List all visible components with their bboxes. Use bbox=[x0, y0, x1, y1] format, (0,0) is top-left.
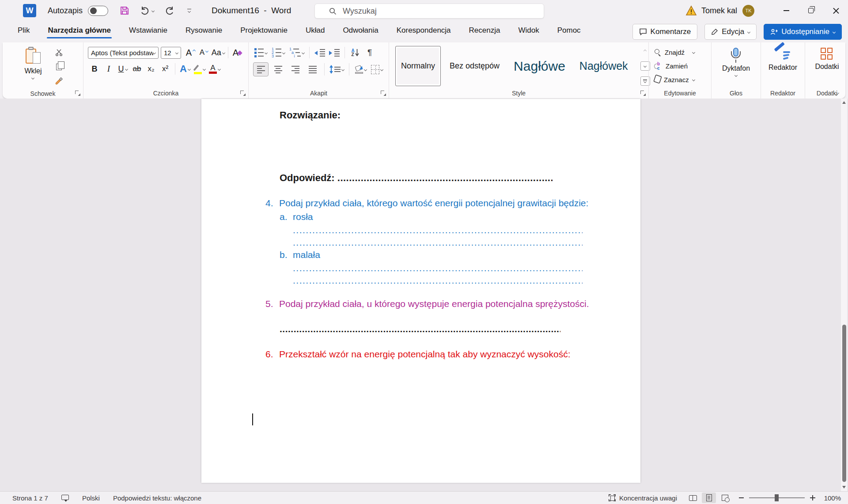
font-name-select[interactable]: Aptos (Tekst podstaw bbox=[88, 47, 159, 59]
zoom-out-button[interactable] bbox=[739, 497, 744, 498]
spellcheck-indicator[interactable] bbox=[60, 495, 71, 501]
warning-icon[interactable] bbox=[685, 5, 697, 16]
comments-button[interactable]: Komentarze bbox=[632, 24, 698, 40]
clear-formatting-button[interactable]: A bbox=[231, 46, 244, 59]
superscript-button[interactable]: x² bbox=[159, 62, 172, 76]
tab-widok[interactable]: Widok bbox=[517, 23, 540, 40]
bullet-list-button[interactable] bbox=[253, 46, 269, 59]
borders-button[interactable] bbox=[370, 63, 384, 76]
avatar[interactable]: TK bbox=[742, 5, 754, 17]
find-button[interactable]: Znajdź bbox=[654, 47, 695, 57]
close-button[interactable] bbox=[823, 0, 848, 21]
zoom-slider-thumb[interactable] bbox=[775, 494, 779, 501]
font-group-label: Czcionka bbox=[83, 88, 248, 99]
style-naglowek-1[interactable]: Nagłówe bbox=[508, 46, 571, 86]
restore-button[interactable] bbox=[799, 0, 823, 21]
search-input[interactable]: Wyszukaj bbox=[314, 4, 544, 19]
cut-button[interactable] bbox=[53, 46, 66, 59]
numbered-list-button[interactable]: 1 2 3 bbox=[270, 46, 286, 59]
align-left-icon bbox=[257, 66, 265, 73]
bold-button[interactable]: B bbox=[88, 62, 101, 76]
undo-dropdown-chevron[interactable] bbox=[151, 9, 155, 12]
change-case-button[interactable]: Aa bbox=[210, 46, 226, 59]
align-right-button[interactable] bbox=[288, 62, 303, 76]
vertical-scrollbar[interactable] bbox=[840, 99, 847, 491]
web-layout-button[interactable] bbox=[718, 493, 732, 503]
addins-button[interactable]: Dodatki bbox=[810, 46, 843, 87]
autosave-toggle[interactable] bbox=[88, 6, 108, 16]
read-mode-button[interactable] bbox=[686, 493, 700, 503]
tab-odwolania[interactable]: Odwołania bbox=[342, 23, 379, 40]
paste-button[interactable]: Wklej bbox=[20, 46, 46, 87]
font-size-select[interactable]: 12 bbox=[161, 47, 181, 59]
tab-narzedzia-glowne[interactable]: Narzędzia główne bbox=[47, 23, 112, 40]
paragraph-dialog-launcher[interactable] bbox=[381, 91, 386, 96]
zoom-percentage[interactable]: 100% bbox=[822, 494, 841, 502]
tab-plik[interactable]: Plik bbox=[17, 23, 30, 40]
highlight-button[interactable] bbox=[193, 62, 207, 76]
editor-button[interactable]: Redaktor bbox=[764, 46, 802, 87]
subscript-button[interactable]: x₂ bbox=[144, 62, 158, 76]
shading-button[interactable] bbox=[353, 63, 368, 76]
text-effects-button[interactable]: A bbox=[178, 62, 192, 76]
copy-button[interactable] bbox=[53, 60, 66, 73]
tab-projektowanie[interactable]: Projektowanie bbox=[239, 23, 288, 40]
zoom-slider[interactable] bbox=[749, 497, 805, 498]
customize-qat-chevron[interactable] bbox=[182, 4, 196, 17]
style-normalny[interactable]: Normalny bbox=[395, 46, 441, 86]
print-layout-button[interactable] bbox=[702, 493, 716, 503]
dictate-chevron bbox=[734, 74, 738, 77]
underline-button[interactable]: U bbox=[116, 62, 129, 76]
align-center-button[interactable] bbox=[270, 62, 286, 76]
user-name[interactable]: Tomek kal bbox=[701, 6, 737, 15]
scroll-up-arrow[interactable] bbox=[842, 101, 846, 104]
strikethrough-button[interactable]: ab bbox=[130, 62, 144, 76]
zoom-in-button[interactable] bbox=[810, 495, 815, 500]
select-button[interactable]: Zaznacz bbox=[654, 74, 695, 85]
share-button[interactable]: Udostępnianie bbox=[764, 24, 842, 40]
title-bar: W Autozapis Dokument16 - Word Wyszukaj T… bbox=[0, 0, 848, 21]
grow-font-button[interactable]: A bbox=[184, 46, 197, 59]
bullet-list-icon bbox=[254, 48, 264, 57]
tab-rysowanie[interactable]: Rysowanie bbox=[185, 23, 223, 40]
format-painter-button[interactable] bbox=[53, 74, 66, 87]
autosave-label: Autozapis bbox=[48, 6, 83, 15]
scroll-down-arrow[interactable] bbox=[842, 486, 846, 489]
tab-pomoc[interactable]: Pomoc bbox=[556, 23, 582, 40]
save-icon[interactable] bbox=[118, 4, 131, 17]
undo-button[interactable] bbox=[137, 4, 157, 17]
shrink-font-button[interactable]: A bbox=[197, 46, 210, 59]
document-page[interactable]: Rozwiązanie: Odpowiedź: ................… bbox=[201, 99, 640, 483]
quick-access-toolbar bbox=[118, 4, 196, 17]
tab-recenzja[interactable]: Recenzja bbox=[468, 23, 501, 40]
decrease-indent-button[interactable] bbox=[313, 46, 326, 59]
show-formatting-button[interactable]: ¶ bbox=[363, 46, 376, 59]
page-indicator[interactable]: Strona 1 z 7 bbox=[11, 494, 50, 502]
style-bez-odstepow[interactable]: Bez odstępów bbox=[444, 46, 505, 86]
italic-button[interactable]: I bbox=[102, 62, 115, 76]
font-color-button[interactable]: A bbox=[208, 62, 222, 76]
justify-button[interactable] bbox=[305, 62, 320, 76]
editing-group: Znajdź bc Zamień Zaznacz Edytowanie bbox=[648, 42, 711, 99]
scrollbar-thumb[interactable] bbox=[842, 325, 846, 482]
text-predictions-indicator[interactable]: Podpowiedzi tekstu: włączone bbox=[111, 494, 203, 502]
replace-button[interactable]: bc Zamień bbox=[654, 61, 695, 71]
increase-indent-button[interactable] bbox=[328, 46, 341, 59]
tab-uklad[interactable]: Układ bbox=[305, 23, 326, 40]
minimize-button[interactable] bbox=[774, 0, 799, 21]
clipboard-dialog-launcher[interactable] bbox=[75, 91, 80, 96]
line-spacing-button[interactable] bbox=[329, 63, 344, 76]
editing-mode-button[interactable]: Edycja bbox=[704, 24, 757, 40]
sort-button[interactable]: AZ bbox=[348, 46, 362, 59]
style-naglowek-2[interactable]: Nagłówek 2 bbox=[574, 46, 636, 86]
dictate-button[interactable]: Dyktafon bbox=[718, 46, 754, 87]
font-dialog-launcher[interactable] bbox=[240, 91, 246, 96]
align-left-button[interactable] bbox=[253, 62, 269, 76]
tab-korespondencja[interactable]: Korespondencja bbox=[396, 23, 452, 40]
tab-wstawianie[interactable]: Wstawianie bbox=[128, 23, 168, 40]
focus-mode-button[interactable]: Koncentracja uwagi bbox=[607, 494, 679, 502]
multilevel-list-button[interactable]: 1 a i bbox=[288, 46, 306, 59]
redo-button[interactable] bbox=[163, 4, 176, 17]
language-indicator[interactable]: Polski bbox=[80, 494, 102, 502]
styles-dialog-launcher[interactable] bbox=[640, 91, 646, 96]
